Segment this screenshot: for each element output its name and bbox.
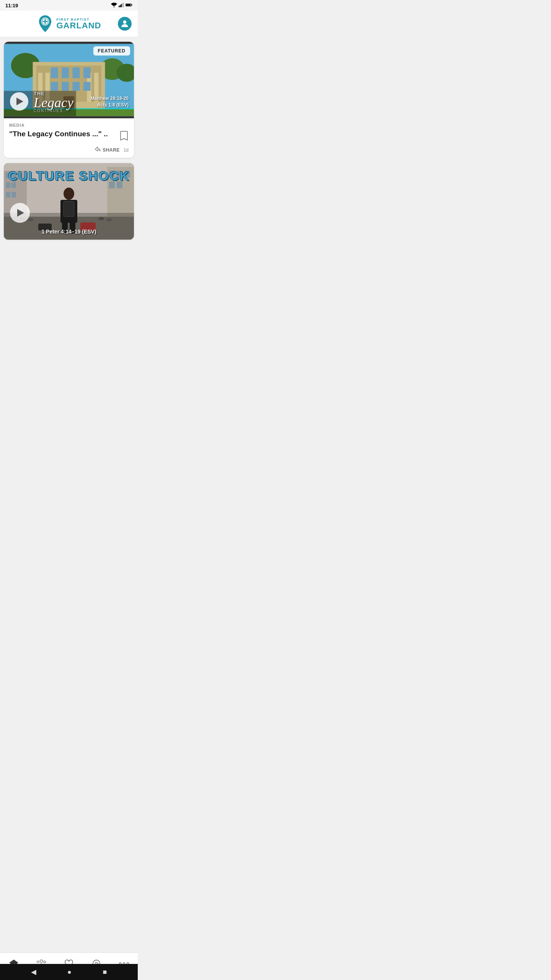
share-button[interactable]: SHARE [95,147,120,153]
svg-rect-7 [131,4,132,6]
scripture-overlay: Matthew 28:18-20 Acts 1:8 (ESV) [91,95,129,108]
featured-card: FEATURED The Legacy CONTINUES... Matthew… [4,42,134,158]
svg-rect-25 [62,67,69,78]
svg-rect-1 [119,6,119,7]
featured-image-container[interactable]: FEATURED The Legacy CONTINUES... Matthew… [4,42,134,118]
svg-rect-24 [51,67,58,78]
status-bar: 11:19 [0,0,138,11]
featured-badge: FEATURED [93,46,130,56]
share-icon [95,147,101,153]
wifi-icon [111,2,117,9]
bookmark-svg [119,131,129,141]
svg-point-63 [64,188,74,200]
play-button-card2[interactable] [10,203,30,223]
svg-rect-31 [83,82,91,91]
legacy-continues: CONTINUES... [34,109,130,113]
svg-rect-45 [6,192,10,198]
svg-rect-29 [62,82,69,91]
svg-rect-26 [72,67,80,78]
card1-category: MEDIA [9,123,129,127]
signal-icon [119,2,124,9]
svg-rect-12 [42,21,47,22]
avatar-button[interactable] [118,17,132,31]
svg-rect-46 [11,192,16,198]
feed-content: FEATURED The Legacy CONTINUES... Matthew… [0,37,138,270]
culture-shock-image-container[interactable]: CULTURE SHOCK 1 Peter 4:14–19 (ESV) [4,163,134,240]
logo-title: GARLAND [57,21,101,30]
culture-scripture-overlay: 1 Peter 4:14–19 (ESV) [41,228,96,235]
header-logo: FIRST BAPTIST GARLAND [37,15,101,32]
svg-point-0 [114,7,115,7]
battery-icon [126,2,132,9]
status-icons [111,2,132,9]
user-icon [120,19,130,29]
status-time: 11:19 [5,3,18,8]
svg-rect-8 [126,4,131,6]
svg-rect-28 [51,82,58,91]
logo-pin-icon [37,15,54,32]
back-button[interactable]: ◀ [31,968,36,976]
svg-rect-2 [120,5,121,7]
bookmark-icon[interactable] [119,131,129,143]
home-button[interactable]: ● [67,968,72,976]
card1-actions: SHARE 1d [9,147,129,153]
app-header: FIRST BAPTIST GARLAND [0,11,138,37]
system-nav-bar: ◀ ● ■ [0,964,138,980]
logo-text: FIRST BAPTIST GARLAND [57,18,101,30]
time-ago: 1d [124,147,129,153]
card1-info: MEDIA "The Legacy Continues ..." .. [4,118,134,158]
culture-shock-title-text: CULTURE SHOCK [8,168,130,183]
culture-shock-title-overlay: CULTURE SHOCK [8,168,130,183]
play-triangle-icon [16,98,23,105]
svg-rect-27 [83,67,91,78]
svg-rect-5 [123,3,124,7]
culture-shock-card: CULTURE SHOCK 1 Peter 4:14–19 (ESV) [4,163,134,240]
card1-title: "The Legacy Continues ..." .. [9,130,116,139]
svg-rect-3 [121,4,122,7]
culture-play-triangle-icon [17,209,24,217]
svg-point-69 [37,961,39,963]
culture-scripture-text: 1 Peter 4:14–19 (ESV) [41,229,96,235]
svg-rect-4 [122,3,123,7]
scripture-line2: Acts 1:8 (ESV) [91,102,129,108]
card1-title-row: "The Legacy Continues ..." .. [9,130,129,143]
scripture-line1: Matthew 28:18-20 [91,95,129,102]
share-label: SHARE [103,147,120,153]
svg-rect-30 [72,82,80,91]
recent-button[interactable]: ■ [103,968,107,976]
svg-point-13 [123,20,127,24]
svg-point-70 [44,961,46,963]
svg-point-68 [40,960,43,962]
svg-rect-65 [64,201,74,217]
play-button-card1[interactable] [10,92,28,111]
